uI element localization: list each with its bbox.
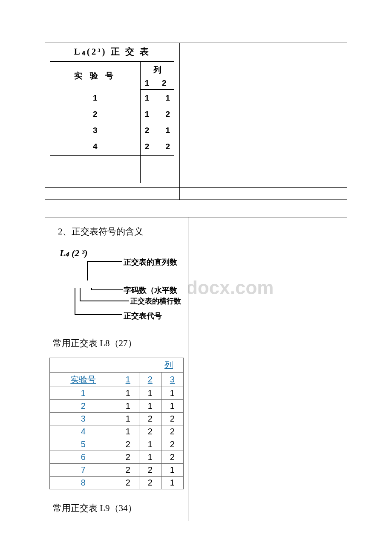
l8-col1: 1	[117, 373, 139, 387]
figure1-table: 实 验 号 列 1 2 1 1 1 2 1 2	[50, 61, 174, 183]
figure1-r1-no: 1	[50, 90, 140, 106]
l8-r8-no: 8	[50, 477, 117, 489]
l8-r6-c2: 1	[139, 451, 161, 464]
section2-row: 2、正交表符号的含义 L₄ (2 ³) 正交表的直列数 字码数（水平数 正交表的…	[45, 217, 347, 521]
l8-r7-c1: 2	[117, 464, 139, 477]
notation-rows-label: 正交表的横行数	[130, 296, 181, 306]
figure1-r4-c2: 2	[154, 139, 174, 155]
l8-r5-no: 5	[50, 438, 117, 451]
figure1-r3-no: 3	[50, 122, 140, 139]
l8-r4-no: 4	[50, 425, 117, 438]
figure1-col-header: 列	[140, 61, 174, 77]
figure1-r3-c1: 2	[140, 122, 154, 139]
l8-r8-c3: 1	[161, 477, 183, 489]
l8-r5-c2: 1	[139, 438, 161, 451]
section2-left-cell: 2、正交表符号的含义 L₄ (2 ³) 正交表的直列数 字码数（水平数 正交表的…	[45, 217, 188, 521]
l8-r6-c1: 2	[117, 451, 139, 464]
figure1-r3-c2: 1	[154, 122, 174, 139]
watermark-text: docx.com	[188, 277, 274, 298]
l8-r7-no: 7	[50, 464, 117, 477]
l8-col3: 3	[161, 373, 183, 387]
l8-table: 列 实验号 1 2 3 1 1 1 1 2 1 1	[49, 358, 184, 489]
l8-r1-c2: 1	[139, 387, 161, 400]
figure1-row-header: 实 验 号	[50, 61, 140, 90]
figure1-left-cell: L₄(2³) 正 交 表 实 验 号 列 1 2 1 1 1	[45, 43, 180, 188]
l8-title: 常用正交表 L8（27）	[53, 337, 184, 349]
section2-right-cell: docx.com	[188, 217, 347, 521]
figure1-r4-c1: 2	[140, 139, 154, 155]
l8-r3-c3: 2	[161, 413, 183, 425]
l8-r7-c3: 1	[161, 464, 183, 477]
l8-r7-c2: 2	[139, 464, 161, 477]
l8-r8-c2: 2	[139, 477, 161, 489]
l8-r3-c2: 2	[139, 413, 161, 425]
l8-r4-c2: 2	[139, 425, 161, 438]
figure1-title: L₄(2³) 正 交 表	[50, 46, 174, 58]
figure1-r4-no: 4	[50, 139, 140, 155]
l8-col-header: 列	[117, 358, 183, 373]
notation-levels-label: 字码数（水平数	[124, 285, 177, 295]
section2-heading: 2、正交表符号的含义	[58, 225, 184, 237]
figure1-content: L₄(2³) 正 交 表 实 验 号 列 1 2 1 1 1	[45, 43, 179, 187]
notation-diagram: L₄ (2 ³) 正交表的直列数 字码数（水平数 正交表的横行数 正交表代号	[60, 248, 184, 324]
figure1-row: L₄(2³) 正 交 表 实 验 号 列 1 2 1 1 1	[45, 43, 347, 188]
figure1-r2-c2: 2	[154, 106, 174, 122]
document-page: L₄(2³) 正 交 表 实 验 号 列 1 2 1 1 1	[0, 0, 392, 546]
figure1-r2-c1: 1	[140, 106, 154, 122]
figure1-col2-label: 2	[154, 77, 174, 90]
figure1-bottom-strip	[45, 188, 347, 200]
l8-r8-c1: 2	[117, 477, 139, 489]
notation-columns-label: 正交表的直列数	[124, 257, 177, 267]
figure1-r1-c2: 1	[154, 90, 174, 106]
l8-r1-no: 1	[50, 387, 117, 400]
l8-r2-c2: 1	[139, 400, 161, 413]
l8-r3-no: 3	[50, 413, 117, 425]
l8-r3-c1: 1	[117, 413, 139, 425]
l8-r2-c1: 1	[117, 400, 139, 413]
l8-r4-c3: 2	[161, 425, 183, 438]
l8-r2-no: 2	[50, 400, 117, 413]
l8-r5-c1: 2	[117, 438, 139, 451]
l9-title: 常用正交表 L9（34）	[53, 502, 184, 514]
l8-r1-c1: 1	[117, 387, 139, 400]
l8-r2-c3: 1	[161, 400, 183, 413]
figure1-right-empty-cell	[180, 43, 347, 188]
l8-r4-c1: 1	[117, 425, 139, 438]
notation-code-label: 正交表代号	[124, 311, 162, 321]
figure1-r1-c1: 1	[140, 90, 154, 106]
figure1-r2-no: 2	[50, 106, 140, 122]
l8-col2: 2	[139, 373, 161, 387]
l8-r6-c3: 2	[161, 451, 183, 464]
l8-r6-no: 6	[50, 451, 117, 464]
l8-row-header: 实验号	[50, 373, 117, 387]
figure1-col1-label: 1	[140, 77, 154, 90]
l8-r5-c3: 2	[161, 438, 183, 451]
l8-r1-c3: 1	[161, 387, 183, 400]
